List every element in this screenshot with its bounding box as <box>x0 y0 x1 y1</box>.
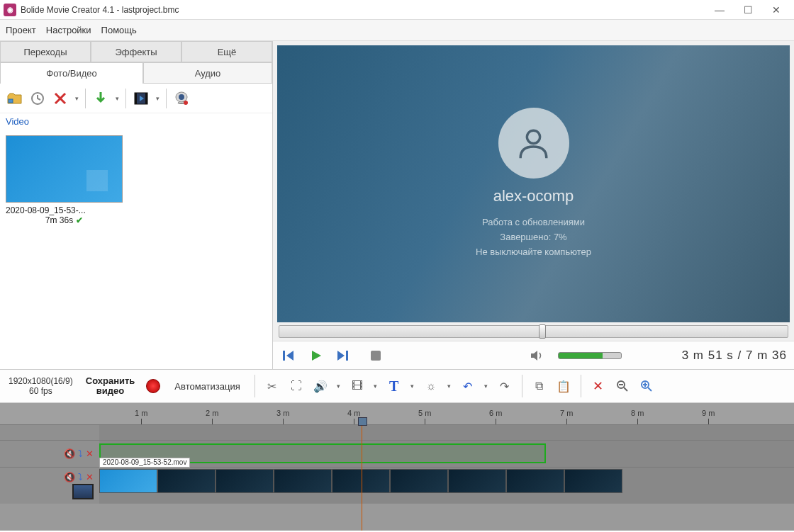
track-1-content[interactable] <box>99 441 794 467</box>
zoom-out-icon[interactable] <box>613 376 632 396</box>
undo-icon[interactable]: ↶ <box>458 376 478 396</box>
media-section-label: Video <box>0 113 272 130</box>
svg-line-21 <box>648 387 652 391</box>
svg-point-9 <box>527 130 539 143</box>
brightness-icon[interactable]: ☼ <box>421 376 441 396</box>
window-title: Bolide Movie Creator 4.1 - lastproject.b… <box>21 5 705 15</box>
webcam-icon[interactable] <box>171 88 192 109</box>
timeline: 1 m 2 m 3 m 4 m 5 m 6 m 7 m 8 m 9 m 🔇 ⤵ … <box>0 403 794 531</box>
cut-icon[interactable]: ✂ <box>262 376 282 396</box>
redo-icon[interactable]: ↷ <box>495 376 515 396</box>
undo-dropdown[interactable]: ▾ <box>482 383 491 390</box>
expand-icon[interactable]: ⤵ <box>78 472 83 482</box>
clip-dropdown[interactable]: ▾ <box>371 383 380 390</box>
playhead[interactable] <box>362 424 362 531</box>
minimize-button[interactable]: — <box>705 0 734 20</box>
avatar-icon <box>498 108 569 179</box>
delete-track-icon[interactable]: ✕ <box>86 448 94 459</box>
delete-clip-icon[interactable]: ✕ <box>588 376 608 396</box>
track-2-content[interactable]: 2020-08-09_15-53-52.mov <box>99 468 794 504</box>
menu-help[interactable]: Помощь <box>101 25 137 35</box>
preview-viewport[interactable]: alex-ocomp Работа с обновлениями Заверше… <box>277 45 790 322</box>
svg-line-18 <box>624 387 627 391</box>
close-button[interactable]: ✕ <box>762 0 790 20</box>
download-icon[interactable] <box>90 88 111 109</box>
tab-transitions[interactable]: Переходы <box>0 41 91 62</box>
media-panel: Переходы Эффекты Ещё Фото/Видео Аудио ▾ … <box>0 41 273 369</box>
history-icon[interactable] <box>27 88 48 109</box>
play-button[interactable] <box>307 346 325 365</box>
filmstrip-dropdown[interactable]: ▾ <box>153 95 162 102</box>
menu-project[interactable]: Проект <box>6 25 36 35</box>
timeline-ruler[interactable]: 1 m 2 m 3 m 4 m 5 m 6 m 7 m 8 m 9 m <box>0 403 794 424</box>
main-toolbar: 1920x1080(16/9) 60 fps Сохранить видео А… <box>0 369 794 403</box>
media-duration: 7m 36s ✔ <box>6 215 123 225</box>
step-back-button[interactable] <box>280 346 298 365</box>
titlebar: ◉ Bolide Movie Creator 4.1 - lastproject… <box>0 0 794 20</box>
step-forward-button[interactable] <box>334 346 352 365</box>
app-logo-icon: ◉ <box>4 4 16 16</box>
preview-status-text: Работа с обновлениями Завершено: 7% Не в… <box>476 215 591 259</box>
filmstrip-icon <box>72 484 94 499</box>
svg-rect-10 <box>283 351 285 361</box>
preview-controls: 3 m 51 s / 7 m 36 <box>273 341 794 369</box>
svg-marker-12 <box>312 351 321 361</box>
mute-icon[interactable]: 🔇 <box>64 448 75 459</box>
brightness-dropdown[interactable]: ▾ <box>445 383 454 390</box>
svg-marker-11 <box>286 351 293 361</box>
window-controls: — ☐ ✕ <box>705 0 790 20</box>
save-video-button[interactable]: Сохранить видео <box>82 376 140 397</box>
download-dropdown[interactable]: ▾ <box>113 95 121 102</box>
tab-more[interactable]: Ещё <box>181 41 272 62</box>
delete-dropdown[interactable]: ▾ <box>72 95 81 102</box>
text-icon[interactable]: T <box>384 376 404 396</box>
clip-icon[interactable]: 🎞 <box>347 376 367 396</box>
filmstrip-icon[interactable] <box>130 88 152 109</box>
automation-button[interactable]: Автоматизация <box>167 381 247 392</box>
svg-rect-14 <box>346 351 348 361</box>
open-folder-icon[interactable] <box>4 88 26 109</box>
track-2-head: 🔇 ⤵ ✕ <box>0 468 99 504</box>
svg-marker-13 <box>337 351 345 361</box>
volume-icon[interactable] <box>528 346 547 365</box>
track-1-head: 🔇 ⤵ ✕ <box>0 441 99 467</box>
clip-filename-label: 2020-08-09_15-53-52.mov <box>99 458 190 468</box>
expand-icon[interactable]: ⤵ <box>78 448 83 459</box>
media-item[interactable]: 2020-08-09_15-53-... 7m 36s ✔ <box>6 135 123 225</box>
maximize-button[interactable]: ☐ <box>734 0 762 20</box>
svg-rect-4 <box>145 93 147 104</box>
paste-icon[interactable]: 📋 <box>554 376 574 396</box>
media-toolbar: ▾ ▾ ▾ <box>0 84 272 113</box>
copy-icon[interactable]: ⧉ <box>530 376 549 396</box>
zoom-in-icon[interactable] <box>637 376 656 396</box>
timeline-tracks: 🔇 ⤵ ✕ 🔇 ⤵ ✕ 2020-08-09_15- <box>0 424 794 531</box>
media-bin: 2020-08-09_15-53-... 7m 36s ✔ <box>0 130 272 231</box>
preview-scrubber[interactable] <box>279 325 788 338</box>
video-clip[interactable] <box>99 469 622 493</box>
resolution-info: 1920x1080(16/9) 60 fps <box>4 376 77 397</box>
svg-rect-15 <box>371 351 381 361</box>
check-icon: ✔ <box>76 215 83 225</box>
delete-icon[interactable] <box>50 88 71 109</box>
time-display: 3 m 51 s / 7 m 36 <box>682 349 787 363</box>
scrubber-thumb[interactable] <box>539 324 546 339</box>
mute-icon[interactable]: 🔇 <box>64 472 75 482</box>
media-thumbnail[interactable] <box>6 135 123 203</box>
record-button[interactable] <box>143 376 163 396</box>
svg-marker-16 <box>531 351 537 361</box>
text-dropdown[interactable]: ▾ <box>408 383 417 390</box>
preview-username: alex-ocomp <box>493 187 574 205</box>
volume-slider[interactable] <box>558 352 622 359</box>
audio-dropdown[interactable]: ▾ <box>335 383 343 390</box>
audio-icon[interactable]: 🔊 <box>311 376 330 396</box>
delete-track-icon[interactable]: ✕ <box>86 472 94 482</box>
tab-photo-video[interactable]: Фото/Видео <box>0 62 143 84</box>
tab-effects[interactable]: Эффекты <box>91 41 181 62</box>
track-2: 🔇 ⤵ ✕ 2020-08-09_15-53-52.mov <box>0 467 794 504</box>
crop-icon[interactable]: ⛶ <box>286 376 306 396</box>
menu-settings[interactable]: Настройки <box>46 25 91 35</box>
menubar: Проект Настройки Помощь <box>0 20 794 41</box>
stop-button[interactable] <box>367 346 385 365</box>
tab-audio[interactable]: Аудио <box>143 62 272 84</box>
svg-point-8 <box>184 101 188 105</box>
